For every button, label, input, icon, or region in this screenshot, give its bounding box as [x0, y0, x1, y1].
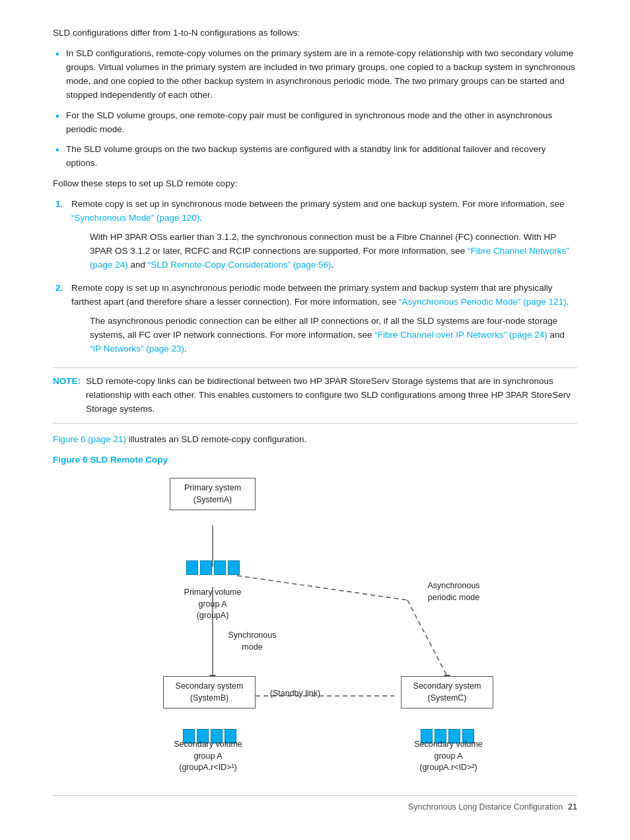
vol-c-label: Secondary volume group A (groupA.r<ID>²): [389, 739, 508, 774]
footer-text: Synchronous Long Distance Configuration: [408, 802, 563, 812]
vol-b-label: Secondary volume group A (groupA.r<ID>¹): [149, 739, 267, 774]
vol-bar-4: [228, 560, 240, 575]
figure-ref-suffix: illustrates an SLD remote-copy configura…: [126, 434, 306, 444]
secondary-c-box: Secondary system (SystemC): [401, 676, 493, 708]
page-footer: Synchronous Long Distance Configuration …: [53, 795, 577, 812]
bullet-item-2: For the SLD volume groups, one remote-co…: [53, 109, 577, 137]
bullet-item-1: In SLD configurations, remote-copy volum…: [53, 47, 577, 102]
note-box: NOTE: SLD remote-copy links can be bidir…: [53, 367, 577, 424]
secondary-b-box: Secondary system (SystemB): [163, 676, 256, 708]
step-1-sub-period: .: [331, 260, 333, 270]
step-2-period: .: [567, 297, 569, 307]
step-2-sub-period: .: [184, 344, 187, 354]
figure-ref-para: Figure 6 (page 21) illustrates an SLD re…: [53, 433, 577, 447]
step-2-sub-link2[interactable]: “IP Networks” (page 23): [90, 344, 184, 354]
diagram-container: Primary system (SystemA) Primary volume …: [53, 478, 577, 762]
primary-system-box: Primary system (SystemA): [170, 478, 256, 510]
step-1: Remote copy is set up in synchronous mod…: [53, 198, 577, 272]
step-2-sub: The asynchronous periodic connection can…: [71, 315, 577, 356]
primary-vol-icon-area: [170, 557, 256, 577]
step-2: Remote copy is set up in asynchronous pe…: [53, 282, 577, 356]
intro-text: SLD configurations differ from 1-to-N co…: [53, 26, 577, 40]
primary-vol-icon: [186, 560, 240, 575]
vol-bar-3: [214, 560, 226, 575]
step-1-sub-link2[interactable]: “SLD Remote-Copy Considerations” (page 5…: [148, 260, 332, 270]
follow-text: Follow these steps to set up SLD remote …: [53, 177, 577, 191]
step-2-link1[interactable]: “Asynchronous Periodic Mode” (page 121): [399, 297, 567, 307]
svg-line-5: [407, 600, 447, 676]
standby-label: (Standby link): [256, 688, 335, 700]
steps-list: Remote copy is set up in synchronous mod…: [53, 198, 577, 356]
bullet-list: In SLD configurations, remote-copy volum…: [53, 47, 577, 171]
async-label: Asynchronous periodic mode: [407, 580, 500, 603]
vol-bar-1: [186, 560, 198, 575]
diagram: Primary system (SystemA) Primary volume …: [110, 478, 520, 762]
vol-bar-2: [200, 560, 212, 575]
step-1-sub: With HP 3PAR OSs earlier than 3.1.2, the…: [71, 231, 577, 272]
note-label: NOTE:: [53, 375, 81, 416]
figure-ref-link[interactable]: Figure 6 (page 21): [53, 434, 126, 444]
note-text: SLD remote-copy links can be bidirection…: [86, 375, 577, 416]
step-1-period: .: [199, 213, 202, 223]
step-1-main: Remote copy is set up in synchronous mod…: [71, 199, 565, 209]
vol-a-label: Primary volume group A (groupA): [157, 587, 269, 622]
footer-page: 21: [568, 802, 577, 812]
step-2-sub-link1[interactable]: “Fibre Channel over IP Networks” (page 2…: [374, 330, 547, 340]
bullet-item-3: The SLD volume groups on the two backup …: [53, 143, 577, 171]
step-1-link1[interactable]: “Synchronous Mode” (page 120): [71, 213, 199, 223]
sync-label: Synchronous mode: [216, 630, 289, 653]
figure-label: Figure 6 SLD Remote Copy: [53, 453, 577, 467]
